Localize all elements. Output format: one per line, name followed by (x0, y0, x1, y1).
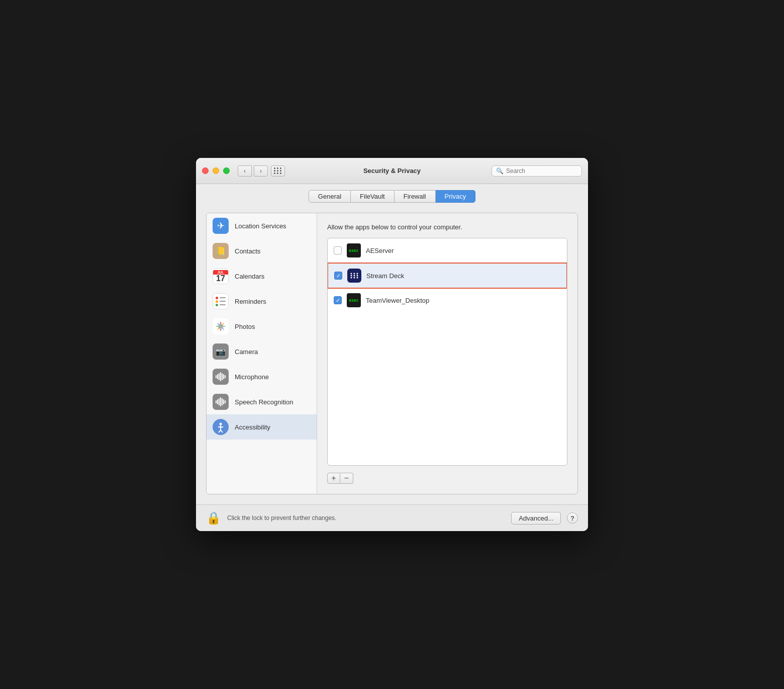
teamviewer-name: TeamViewer_Desktop (366, 297, 429, 304)
microphone-icon (213, 369, 229, 385)
speech-recognition-icon (213, 394, 229, 410)
panel-description: Allow the apps below to control your com… (327, 223, 567, 231)
reminders-icon (213, 293, 229, 309)
tab-privacy[interactable]: Privacy (436, 190, 476, 203)
tab-general[interactable]: General (309, 190, 351, 203)
sidebar-label-location-services: Location Services (235, 222, 286, 230)
main-content: ✈ Location Services 📒 Contacts JUL 17 (196, 208, 588, 504)
sidebar-label-photos: Photos (235, 323, 255, 330)
svg-point-9 (354, 273, 355, 275)
window-title: Security & Privacy (363, 167, 421, 175)
sidebar-item-microphone[interactable]: Microphone (207, 364, 317, 389)
sidebar-label-calendars: Calendars (235, 273, 264, 280)
photos-icon (213, 318, 229, 334)
sidebar-item-location-services[interactable]: ✈ Location Services (207, 213, 317, 238)
tabs-bar: General FileVault Firewall Privacy (196, 184, 588, 208)
teamviewer-checkbox[interactable]: ✓ (334, 296, 342, 304)
add-app-button[interactable]: + (327, 473, 340, 484)
sidebar-item-photos[interactable]: Photos (207, 314, 317, 339)
svg-point-15 (354, 277, 355, 279)
svg-point-14 (351, 277, 352, 279)
calendars-icon: JUL 17 (213, 268, 229, 284)
sidebar-item-camera[interactable]: 📷 Camera (207, 339, 317, 364)
main-window: ‹ › Security & Privacy 🔍 General FileVau… (196, 158, 588, 531)
lock-icon[interactable]: 🔒 (206, 511, 221, 525)
search-bar[interactable]: 🔍 (492, 165, 582, 177)
window-footer: 🔒 Click the lock to prevent further chan… (196, 504, 588, 531)
tab-filevault[interactable]: FileVault (351, 190, 395, 203)
svg-point-2 (220, 423, 222, 425)
svg-point-11 (351, 275, 352, 277)
svg-point-0 (218, 324, 223, 329)
teamviewer-icon: exec (347, 293, 361, 307)
title-bar: ‹ › Security & Privacy 🔍 (196, 158, 588, 184)
table-row: ✓ exec TeamViewer_Desktop (328, 288, 567, 312)
streamdeck-icon (347, 269, 361, 283)
svg-point-8 (351, 273, 352, 275)
table-row: exec AEServer (328, 238, 567, 263)
help-button[interactable]: ? (567, 512, 578, 524)
advanced-button[interactable]: Advanced... (511, 512, 561, 525)
location-services-icon: ✈ (213, 218, 229, 234)
aeserver-icon: exec (347, 243, 361, 257)
accessibility-icon (213, 419, 229, 435)
svg-point-16 (357, 277, 358, 279)
sidebar-item-reminders[interactable]: Reminders (207, 289, 317, 314)
back-button[interactable]: ‹ (238, 165, 252, 177)
svg-point-10 (357, 273, 358, 275)
search-input[interactable] (506, 167, 577, 175)
camera-icon: 📷 (213, 343, 229, 360)
forward-button[interactable]: › (254, 165, 268, 177)
svg-point-12 (354, 275, 355, 277)
sidebar-item-contacts[interactable]: 📒 Contacts (207, 238, 317, 264)
lock-text: Click the lock to prevent further change… (227, 514, 505, 522)
grid-button[interactable] (271, 165, 285, 177)
grid-icon (274, 167, 282, 174)
aeserver-checkbox[interactable] (334, 246, 342, 254)
tab-firewall[interactable]: Firewall (395, 190, 436, 203)
remove-app-button[interactable]: − (340, 473, 353, 484)
contacts-icon: 📒 (213, 243, 229, 259)
calendar-day: 17 (216, 275, 225, 283)
apps-list: exec AEServer ✓ (327, 238, 567, 466)
sidebar-item-accessibility[interactable]: Accessibility (207, 414, 317, 440)
table-row: ✓ (327, 263, 567, 289)
sidebar-item-calendars[interactable]: JUL 17 Calendars (207, 264, 317, 289)
streamdeck-checkbox[interactable]: ✓ (334, 272, 342, 280)
sidebar-label-reminders: Reminders (235, 298, 266, 305)
sidebar-label-speech-recognition: Speech Recognition (235, 398, 293, 406)
sidebar: ✈ Location Services 📒 Contacts JUL 17 (207, 213, 317, 494)
sidebar-label-camera: Camera (235, 348, 258, 356)
list-controls: + − (327, 473, 567, 484)
sidebar-item-speech-recognition[interactable]: Speech Recognition (207, 389, 317, 414)
right-panel: Allow the apps below to control your com… (317, 213, 577, 494)
aeserver-name: AEServer (366, 247, 394, 254)
content-wrapper: ✈ Location Services 📒 Contacts JUL 17 (206, 213, 578, 494)
maximize-button[interactable] (223, 167, 230, 174)
sidebar-label-microphone: Microphone (235, 373, 269, 381)
traffic-lights (202, 167, 230, 174)
nav-buttons: ‹ › (238, 165, 268, 177)
sidebar-label-contacts: Contacts (235, 247, 260, 255)
svg-point-13 (357, 275, 358, 277)
search-icon: 🔍 (496, 167, 504, 175)
streamdeck-name: Stream Deck (366, 272, 404, 280)
close-button[interactable] (202, 167, 209, 174)
sidebar-label-accessibility: Accessibility (235, 423, 270, 431)
minimize-button[interactable] (213, 167, 219, 174)
